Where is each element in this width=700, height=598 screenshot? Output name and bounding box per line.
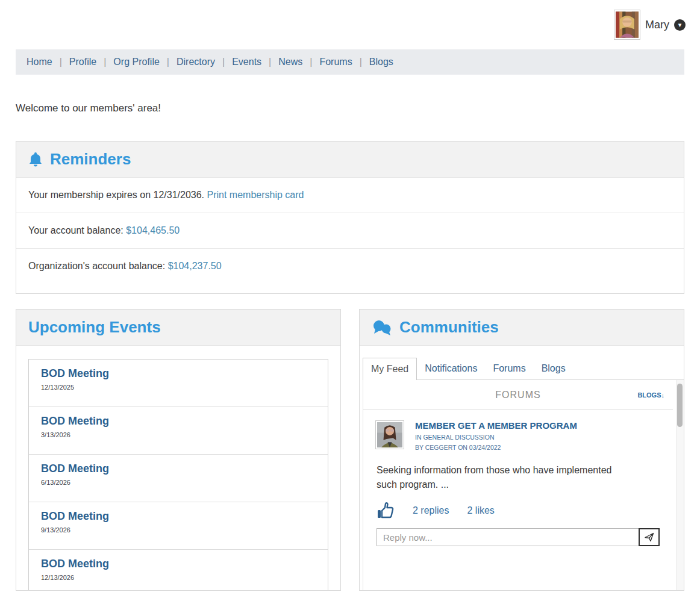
post-actions: 2 replies 2 likes bbox=[363, 492, 673, 527]
nav-item-home[interactable]: Home bbox=[25, 57, 54, 67]
nav-item-directory[interactable]: Directory bbox=[175, 57, 216, 67]
paper-plane-icon bbox=[645, 532, 654, 542]
nav-separator: | bbox=[104, 57, 106, 67]
event-date: 6/13/2026 bbox=[41, 479, 316, 486]
nav-separator: | bbox=[360, 57, 362, 67]
blogs-jump-label: BLOGS bbox=[637, 391, 661, 399]
avatar[interactable] bbox=[614, 10, 640, 40]
reminders-title: Reminders bbox=[50, 150, 131, 169]
communities-panel: Communities My Feed Notifications Forums… bbox=[359, 309, 684, 591]
nav-item-blogs[interactable]: Blogs bbox=[368, 57, 395, 67]
event-name[interactable]: BOD Meeting bbox=[41, 367, 316, 380]
tab-blogs[interactable]: Blogs bbox=[534, 358, 573, 379]
nav-item-profile[interactable]: Profile bbox=[68, 57, 98, 67]
reminder-text: Your membership expires on 12/31/2036. bbox=[28, 190, 204, 200]
upcoming-events-title: Upcoming Events bbox=[28, 318, 161, 337]
upcoming-events-panel: Upcoming Events BOD Meeting 12/13/2025 B… bbox=[16, 309, 341, 591]
send-reply-button[interactable] bbox=[639, 528, 660, 546]
post-body-text: Seeking information from those who have … bbox=[363, 455, 628, 492]
chevron-down-icon[interactable]: ▾ bbox=[674, 19, 686, 31]
chat-bubbles-icon bbox=[372, 320, 392, 335]
thumbs-up-icon[interactable] bbox=[377, 502, 395, 520]
list-item[interactable]: BOD Meeting 12/13/2026 bbox=[29, 549, 328, 591]
likes-link[interactable]: 2 likes bbox=[467, 505, 494, 516]
org-balance-link[interactable]: $104,237.50 bbox=[168, 261, 222, 271]
nav-item-events[interactable]: Events bbox=[231, 57, 263, 67]
reminder-text: Your account balance: bbox=[28, 225, 123, 235]
event-date: 9/13/2026 bbox=[41, 526, 316, 534]
main-nav: Home | Profile | Org Profile | Directory… bbox=[16, 49, 684, 75]
event-name[interactable]: BOD Meeting bbox=[41, 463, 316, 475]
nav-separator: | bbox=[60, 57, 62, 67]
forums-section-label: FORUMS bbox=[369, 390, 667, 400]
list-item[interactable]: BOD Meeting 6/13/2026 bbox=[29, 454, 328, 502]
reminders-panel: Reminders Your membership expires on 12/… bbox=[16, 141, 684, 294]
feed-scrollbar-thumb[interactable] bbox=[677, 384, 683, 427]
welcome-message: Welcome to our members' area! bbox=[16, 102, 684, 114]
post-byline: BY CEGGERT ON 03/24/2022 bbox=[415, 444, 577, 451]
account-balance-link[interactable]: $104,465.50 bbox=[126, 225, 180, 235]
reply-row bbox=[377, 528, 660, 546]
user-menu[interactable]: Mary ▾ bbox=[614, 10, 686, 40]
events-list: BOD Meeting 12/13/2025 BOD Meeting 3/13/… bbox=[28, 359, 328, 591]
communities-title: Communities bbox=[399, 318, 499, 337]
event-name[interactable]: BOD Meeting bbox=[41, 415, 316, 428]
blogs-jump-link[interactable]: BLOGS↓ bbox=[637, 391, 664, 399]
post-context: IN GENERAL DISCUSSION bbox=[415, 434, 577, 441]
replies-link[interactable]: 2 replies bbox=[413, 505, 449, 516]
tab-forums[interactable]: Forums bbox=[485, 358, 533, 379]
feed-section-header: FORUMS BLOGS↓ bbox=[363, 380, 673, 410]
event-date: 3/13/2026 bbox=[41, 431, 316, 438]
tab-notifications[interactable]: Notifications bbox=[417, 358, 485, 379]
arrow-down-icon: ↓ bbox=[661, 391, 665, 399]
reminder-text: Organization's account balance: bbox=[28, 261, 165, 271]
communities-tabs: My Feed Notifications Forums Blogs bbox=[363, 358, 684, 379]
post-author-avatar[interactable] bbox=[375, 420, 404, 449]
nav-item-org-profile[interactable]: Org Profile bbox=[112, 57, 160, 67]
my-feed-content: FORUMS BLOGS↓ bbox=[363, 379, 684, 591]
list-item[interactable]: BOD Meeting 9/13/2026 bbox=[29, 502, 328, 549]
nav-separator: | bbox=[167, 57, 169, 67]
list-item[interactable]: BOD Meeting 12/13/2025 bbox=[29, 360, 328, 406]
reminder-membership: Your membership expires on 12/31/2036. P… bbox=[16, 178, 684, 213]
event-date: 12/13/2025 bbox=[41, 384, 316, 391]
user-name[interactable]: Mary bbox=[645, 19, 669, 31]
feed-scrollbar-track[interactable] bbox=[676, 380, 684, 591]
upcoming-events-header: Upcoming Events bbox=[16, 310, 340, 346]
print-membership-card-link[interactable]: Print membership card bbox=[207, 190, 304, 200]
nav-separator: | bbox=[269, 57, 271, 67]
event-name[interactable]: BOD Meeting bbox=[41, 558, 316, 570]
reminder-account-balance: Your account balance: $104,465.50 bbox=[16, 213, 684, 248]
bell-icon bbox=[28, 152, 43, 167]
nav-item-forums[interactable]: Forums bbox=[318, 57, 353, 67]
post-title-link[interactable]: MEMBER GET A MEMBER PROGRAM bbox=[415, 420, 577, 431]
reply-input[interactable] bbox=[377, 528, 639, 546]
communities-header: Communities bbox=[360, 310, 684, 346]
forum-post-header: MEMBER GET A MEMBER PROGRAM IN GENERAL D… bbox=[363, 410, 673, 455]
feed-inner: FORUMS BLOGS↓ bbox=[363, 380, 673, 546]
post-header-text: MEMBER GET A MEMBER PROGRAM IN GENERAL D… bbox=[415, 420, 577, 451]
nav-separator: | bbox=[310, 57, 312, 67]
reminders-body: Your membership expires on 12/31/2036. P… bbox=[16, 178, 684, 293]
event-name[interactable]: BOD Meeting bbox=[41, 510, 316, 523]
tab-my-feed[interactable]: My Feed bbox=[363, 358, 417, 380]
user-avatar-image bbox=[616, 11, 639, 38]
nav-separator: | bbox=[222, 57, 225, 67]
post-avatar-image bbox=[377, 422, 402, 447]
event-date: 12/13/2026 bbox=[41, 574, 316, 581]
reminder-org-balance: Organization's account balance: $104,237… bbox=[16, 248, 684, 284]
reminders-header: Reminders bbox=[16, 142, 684, 178]
list-item[interactable]: BOD Meeting 3/13/2026 bbox=[29, 406, 328, 454]
nav-item-news[interactable]: News bbox=[277, 57, 304, 67]
dashboard-columns: Upcoming Events BOD Meeting 12/13/2025 B… bbox=[16, 309, 684, 591]
top-header: Mary ▾ bbox=[0, 0, 700, 49]
